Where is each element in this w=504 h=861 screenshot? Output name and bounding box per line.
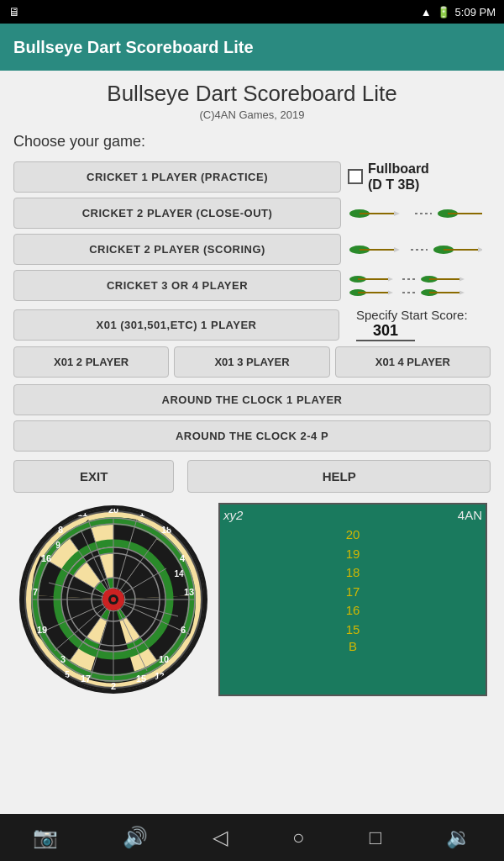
dart-icons-2close [348,202,491,225]
score-19: 19 [346,545,360,564]
svg-text:17: 17 [81,673,91,684]
specify-label: Specify Start Score: [356,308,491,322]
svg-text:10: 10 [159,654,169,664]
clock1-button[interactable]: AROUND THE CLOCK 1 PLAYER [13,384,491,415]
main-content: Bullseye Dart Scoreboard Lite (C)4AN Gam… [0,71,504,706]
x01-1player-button[interactable]: X01 (301,501,ETC) 1 PLAYER [13,309,339,341]
score-b: B [349,639,357,653]
svg-text:19: 19 [37,625,47,635]
dart-icons-2score [348,238,491,261]
back-icon[interactable]: ◁ [213,826,228,849]
score-input[interactable] [356,322,415,341]
fullboard-area: Fullboard (D T 3B) [348,161,491,193]
svg-text:4: 4 [180,553,186,563]
clock-section: AROUND THE CLOCK 1 PLAYER AROUND THE CLO… [13,384,491,452]
score-16: 16 [346,601,360,621]
clock1-row: AROUND THE CLOCK 1 PLAYER [13,384,491,415]
score-numbers: 20 19 18 17 16 15 B [223,526,482,653]
choose-label: Choose your game: [13,133,491,151]
status-left: 🖥 [8,5,20,18]
fullboard-label: Fullboard (D T 3B) [368,161,429,193]
app-title: Bullseye Dart Scoreboard Lite [13,81,491,107]
clock24-row: AROUND THE CLOCK 2-4 P [13,420,491,452]
cricket2close-button[interactable]: CRICKET 2 PLAYER (CLOSE-OUT) [13,198,341,229]
svg-point-101 [111,597,116,602]
svg-text:9: 9 [55,541,60,550]
svg-marker-2 [394,211,400,216]
svg-marker-20 [459,277,465,281]
svg-marker-13 [478,247,482,252]
exit-help-row: EXIT HELP [13,460,491,493]
svg-text:16: 16 [41,553,51,563]
dartboard: 20 1 18 4 13 6 10 15 2 17 3 19 7 16 8 11 [17,503,210,696]
dartboard-svg: 20 1 18 4 13 6 10 15 2 17 3 19 7 16 8 11 [17,503,210,696]
svg-text:14: 14 [174,569,184,578]
darts-svg-3or4 [348,271,482,301]
score-20: 20 [346,526,360,545]
svg-marker-9 [394,247,400,252]
score-15: 15 [346,621,360,640]
svg-text:13: 13 [184,587,194,597]
exit-button[interactable]: EXIT [13,460,174,493]
score-header-left: xy2 [223,508,243,522]
bottom-nav: 📷 🔊 ◁ ○ □ 🔉 [0,814,504,861]
camera-icon[interactable]: 📷 [33,826,58,849]
fullboard-checkbox[interactable] [348,169,363,184]
score-table: xy2 4AN 20 19 18 17 16 15 B [218,503,487,696]
score-18: 18 [346,563,360,583]
x01-4player-button[interactable]: X01 4 PLAYER [335,346,491,378]
x01-top-row: X01 (301,501,ETC) 1 PLAYER Specify Start… [13,308,491,341]
darts-svg-2close [348,202,482,225]
clock24-button[interactable]: AROUND THE CLOCK 2-4 P [13,420,491,452]
svg-marker-27 [459,290,465,294]
score-header-right: 4AN [458,508,482,522]
x01-2player-button[interactable]: X01 2 PLAYER [13,346,169,378]
app-subtitle: (C)4AN Games, 2019 [13,108,491,121]
cricket2score-button[interactable]: CRICKET 2 PLAYER (SCORING) [13,234,341,265]
x01-3player-button[interactable]: X01 3 PLAYER [174,346,329,378]
screen-icon: 🖥 [8,5,20,18]
home-icon[interactable]: ○ [292,826,305,849]
square-icon[interactable]: □ [370,826,382,849]
x01-multibutton-row: X01 2 PLAYER X01 3 PLAYER X01 4 PLAYER [13,346,491,378]
battery-icon: 🔋 [437,6,450,18]
score-table-header: xy2 4AN [223,508,482,522]
svg-text:7: 7 [33,587,38,597]
speaker-icon[interactable]: 🔉 [446,826,471,849]
darts-svg-2score [348,238,482,261]
top-bar-title: Bullseye Dart Scoreboard Lite [13,38,254,57]
top-bar: Bullseye Dart Scoreboard Lite [0,24,504,71]
svg-text:6: 6 [181,625,186,635]
svg-text:2: 2 [111,681,116,691]
dart-icons-3or4 [348,271,491,301]
cricket1-row: CRICKET 1 PLAYER (PRACTICE) Fullboard (D… [13,161,491,193]
volume-icon[interactable]: 🔊 [123,826,148,849]
bottom-visuals: 20 1 18 4 13 6 10 15 2 17 3 19 7 16 8 11 [13,503,491,696]
cricket1-button[interactable]: CRICKET 1 PLAYER (PRACTICE) [13,161,341,193]
time-display: 5:09 PM [455,6,496,18]
help-button[interactable]: HELP [187,460,491,493]
svg-text:15: 15 [136,673,146,684]
score-17: 17 [346,583,360,602]
svg-marker-23 [388,290,393,294]
svg-marker-16 [388,277,393,281]
cricket2close-row: CRICKET 2 PLAYER (CLOSE-OUT) [13,198,491,229]
cricket3or4-row: CRICKET 3 OR 4 PLAYER [13,270,491,301]
wifi-icon: ▲ [421,6,432,18]
status-bar: 🖥 ▲ 🔋 5:09 PM [0,0,504,24]
cricket3or4-button[interactable]: CRICKET 3 OR 4 PLAYER [13,270,341,301]
svg-text:3: 3 [60,654,66,664]
cricket2score-row: CRICKET 2 PLAYER (SCORING) [13,234,491,265]
status-right: ▲ 🔋 5:09 PM [421,6,496,18]
x01-section: X01 (301,501,ETC) 1 PLAYER Specify Start… [13,308,491,378]
